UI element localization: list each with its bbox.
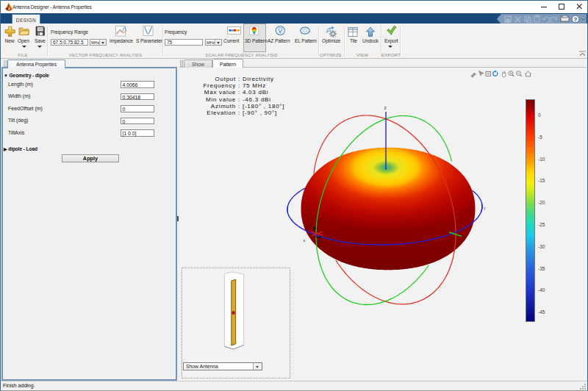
svg-text:z: z (384, 105, 387, 110)
svg-text:y: y (484, 206, 486, 210)
svg-text:x: x (304, 238, 306, 243)
svg-text:?: ? (574, 15, 578, 22)
svg-text:az: az (318, 238, 323, 243)
svg-text:el: el (309, 223, 312, 228)
